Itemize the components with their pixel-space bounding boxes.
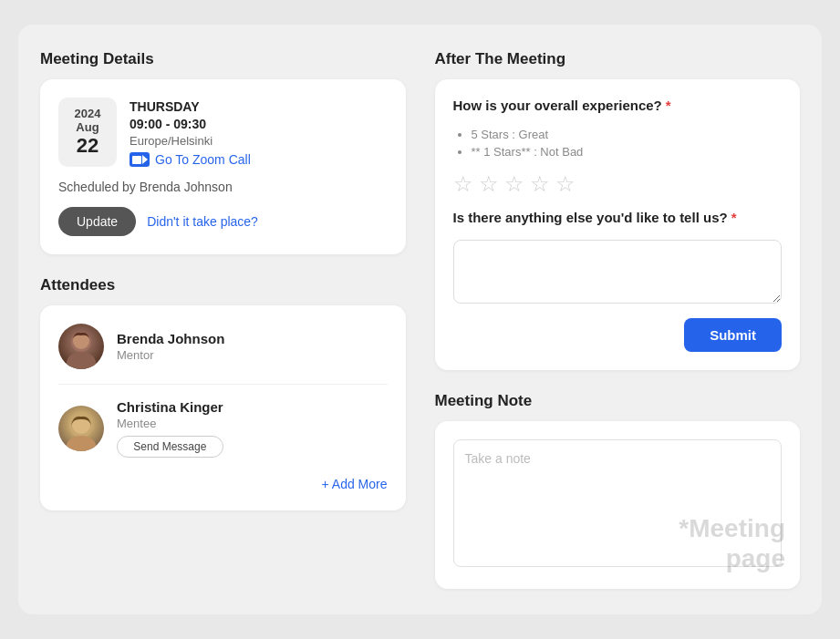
attendee-info-christina: Christina Kinger Mentee Send Message: [117, 399, 223, 458]
meeting-details-title: Meeting Details: [40, 50, 406, 68]
avatar-christina-image: [58, 406, 104, 451]
rating-hint-1star: ** 1 Stars** : Not Bad: [472, 145, 783, 159]
stars-row[interactable]: ☆ ☆ ☆ ☆ ☆: [453, 173, 783, 195]
after-meeting-section: After The Meeting How is your overall ex…: [435, 50, 801, 370]
left-column: Meeting Details 2024 Aug 22 THURSDAY 09:…: [40, 50, 406, 589]
after-meeting-card: How is your overall experience? * 5 Star…: [435, 79, 801, 370]
star-5[interactable]: ☆: [555, 173, 576, 195]
meeting-details-section: Meeting Details 2024 Aug 22 THURSDAY 09:…: [40, 50, 406, 254]
meeting-time-info: THURSDAY 09:00 - 09:30 Europe/Helsinki G…: [130, 98, 251, 167]
zoom-icon: [130, 152, 150, 167]
attendees-title: Attendees: [40, 276, 406, 294]
submit-row: Submit: [453, 318, 783, 352]
attendee-item-brenda: Brenda Johnson Mentor: [58, 324, 388, 369]
attendees-list: Brenda Johnson Mentor: [58, 324, 388, 492]
date-year: 2024: [71, 107, 104, 120]
rating-hints: 5 Stars : Great ** 1 Stars** : Not Bad: [453, 128, 783, 159]
attendees-section: Attendees: [40, 276, 406, 510]
day-label: THURSDAY: [130, 99, 251, 114]
note-textarea[interactable]: [453, 439, 783, 567]
right-column: After The Meeting How is your overall ex…: [435, 50, 801, 589]
send-message-button[interactable]: Send Message: [117, 436, 223, 458]
avatar-brenda-image: [58, 324, 104, 369]
zoom-call-link[interactable]: Go To Zoom Call: [130, 152, 251, 167]
after-meeting-title: After The Meeting: [435, 50, 801, 68]
add-more-row: + Add More: [58, 476, 388, 492]
attendees-card: Brenda Johnson Mentor: [40, 305, 406, 510]
attendee-role-christina: Mentee: [117, 417, 223, 430]
scheduled-by: Scheduled by Brenda Johnson: [58, 180, 388, 194]
star-1[interactable]: ☆: [453, 173, 473, 195]
page-container: Meeting Details 2024 Aug 22 THURSDAY 09:…: [18, 25, 822, 614]
attendee-name-brenda: Brenda Johnson: [117, 331, 224, 346]
attendee-info-brenda: Brenda Johnson Mentor: [117, 331, 224, 362]
date-month: Aug: [71, 120, 104, 134]
avatar-brenda: [58, 324, 104, 369]
action-row: Update Didn't it take place?: [58, 207, 388, 236]
meeting-date-row: 2024 Aug 22 THURSDAY 09:00 - 09:30 Europ…: [58, 98, 388, 167]
feedback-textarea[interactable]: [453, 240, 783, 304]
rating-hint-5stars: 5 Stars : Great: [472, 128, 783, 141]
meeting-note-section: Meeting Note *Meetingpage: [435, 392, 801, 589]
required-star-1: *: [666, 98, 671, 113]
submit-button[interactable]: Submit: [684, 318, 782, 352]
meeting-note-title: Meeting Note: [435, 392, 801, 410]
attendee-divider: [58, 384, 388, 385]
meeting-details-card: 2024 Aug 22 THURSDAY 09:00 - 09:30 Europ…: [40, 79, 406, 254]
update-button[interactable]: Update: [58, 207, 136, 236]
avatar-christina: [58, 406, 104, 451]
svg-point-5: [67, 436, 96, 451]
star-2[interactable]: ☆: [479, 173, 499, 195]
didnt-take-place-link[interactable]: Didn't it take place?: [147, 214, 258, 229]
attendee-role-brenda: Mentor: [117, 348, 224, 362]
attendee-name-christina: Christina Kinger: [117, 399, 223, 415]
attendee-item-christina: Christina Kinger Mentee Send Message: [58, 399, 388, 458]
svg-point-1: [67, 352, 96, 369]
timezone: Europe/Helsinki: [130, 134, 251, 148]
question1-label: How is your overall experience? *: [453, 98, 783, 113]
star-4[interactable]: ☆: [530, 173, 550, 195]
date-day: 22: [71, 134, 104, 158]
date-box: 2024 Aug 22: [58, 98, 117, 167]
zoom-call-label: Go To Zoom Call: [155, 152, 251, 167]
add-more-button[interactable]: + Add More: [322, 477, 388, 491]
required-star-2: *: [731, 210, 737, 225]
meeting-note-card: *Meetingpage: [435, 421, 801, 589]
time-range: 09:00 - 09:30: [130, 117, 251, 131]
question2-label: Is there anything else you'd like to tel…: [453, 210, 783, 225]
star-3[interactable]: ☆: [504, 173, 524, 195]
